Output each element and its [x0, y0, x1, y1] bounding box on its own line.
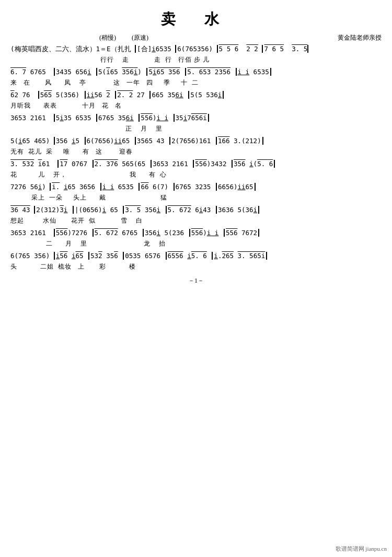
- notes-2: 6. 7 6765 3435 656i 5(i65 356i) 5i65 356…: [10, 66, 382, 78]
- score-section-7: 7276 56i) i. i65 3656 i i 6535 66 6(7) 6…: [10, 181, 382, 202]
- words-5: 无有 花儿 采 唯 有 这 迎春: [10, 147, 382, 156]
- notes-10: 6(765 356) i56 i65 532 356 0535 6576 655…: [10, 250, 382, 262]
- score-section-5: 5(i65 465) 356 i5 6(7656)ii65 3565 43 2(…: [10, 135, 382, 156]
- words-3: 月听我 表表 十月 花 名: [10, 101, 382, 110]
- notes-6: 3. 532 i61 17 0767 2. 376 565(65 3653 21…: [10, 158, 382, 170]
- notes-5: 5(i65 465) 356 i5 6(7656)ii65 3565 43 2(…: [10, 135, 382, 147]
- score-section-4: 3653 2161 5i35 6535 6765 356i 556)i i 35…: [10, 112, 382, 133]
- notes-4: 3653 2161 5i35 6535 6765 356i 556)i i 35…: [10, 112, 382, 124]
- words-8: 想起 水仙 花开 似 雪 白: [10, 216, 382, 225]
- score-section-8: 36 43 2(312)3i |(0656)i 65 3. 5 356i 5. …: [10, 204, 382, 225]
- notes-1: (梅英唱西皮、二六、流水）1＝E（扎扎 [合]i6535 6(765356) 5…: [10, 43, 382, 55]
- notes-3: 62 76 565 5(356) ii56 2 2. 2 27 665 356i…: [10, 89, 382, 101]
- score-section-3: 62 76 565 5(356) ii56 2 2. 2 27 665 356i…: [10, 89, 382, 110]
- score-section-2: 6. 7 6765 3435 656i 5(i65 356i) 5i65 356…: [10, 66, 382, 87]
- score-section-1: (梅英唱西皮、二六、流水）1＝E（扎扎 [合]i6535 6(765356) 5…: [10, 43, 382, 64]
- words-2: 来 在 风 凤 亭 这 一年 四 季 十 二: [10, 78, 382, 87]
- words-9: 二 月 里 龙 抬: [10, 239, 382, 248]
- score-container: (稍慢) (原速) 黄金陆老师亲授 (梅英唱西皮、二六、流水）1＝E（扎扎 [合…: [10, 33, 382, 285]
- tempo-original: (原速): [132, 33, 148, 42]
- words-4: 正 月 里: [10, 124, 382, 133]
- score-section-6: 3. 532 i61 17 0767 2. 376 565(65 3653 21…: [10, 158, 382, 179]
- words-1: 行行 走 走 行 行佰 步 儿: [10, 55, 382, 64]
- words-6: 花 儿 开， 我 有 心: [10, 170, 382, 179]
- words-7: 采上 一朵 头上 戴 猛: [10, 193, 382, 202]
- tempo-slow: (稍慢): [99, 33, 116, 42]
- page: 卖 水 (稍慢) (原速) 黄金陆老师亲授 (梅英唱西皮、二六、流水）1＝E（扎…: [0, 0, 392, 557]
- page-title: 卖 水: [10, 5, 382, 29]
- page-number: －1－: [10, 276, 382, 285]
- teacher-credit: 黄金陆老师亲授: [338, 33, 382, 42]
- notes-7: 7276 56i) i. i65 3656 i i 6535 66 6(7) 6…: [10, 181, 382, 193]
- score-section-10: 6(765 356) i56 i65 532 356 0535 6576 655…: [10, 250, 382, 271]
- notes-9: 3653 2161 556)7276 5. 672 6765 356i 5(23…: [10, 227, 382, 239]
- notes-8: 36 43 2(312)3i |(0656)i 65 3. 5 356i 5. …: [10, 204, 382, 216]
- score-section-9: 3653 2161 556)7276 5. 672 6765 356i 5(23…: [10, 227, 382, 248]
- watermark-text: 歌谱简谱网 jianpu.cn: [336, 545, 387, 553]
- words-10: 头 二姐 梳妆 上 彩 楼: [10, 262, 382, 271]
